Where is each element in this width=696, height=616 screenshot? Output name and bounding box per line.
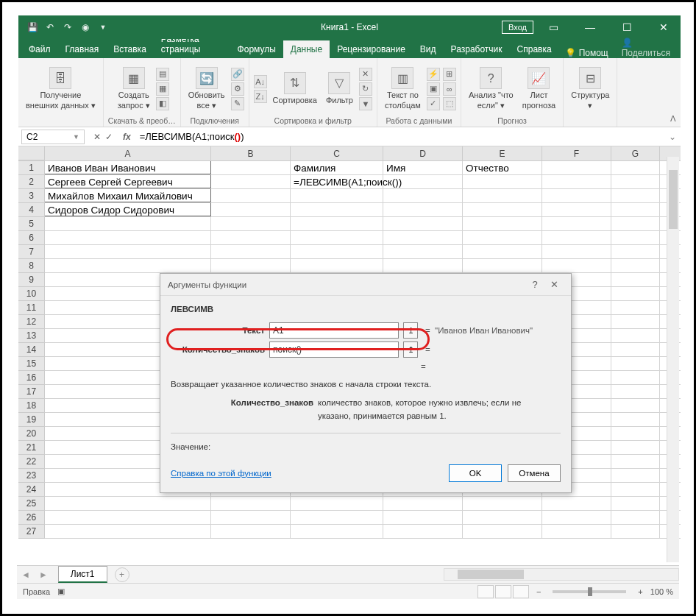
zoom-out-icon[interactable]: −: [536, 587, 541, 596]
tab-formulas[interactable]: Формулы: [230, 40, 283, 58]
cell[interactable]: [463, 203, 542, 216]
cell[interactable]: [542, 203, 611, 216]
row-header[interactable]: 3: [18, 189, 45, 203]
select-all-corner[interactable]: [18, 146, 45, 160]
cell[interactable]: [383, 259, 463, 272]
cell[interactable]: [611, 469, 660, 482]
cell[interactable]: [542, 259, 611, 272]
row-header[interactable]: 10: [18, 287, 45, 301]
row-header[interactable]: 22: [18, 455, 45, 469]
relationships-icon[interactable]: ∞: [443, 82, 456, 96]
zoom-level[interactable]: 100 %: [650, 587, 673, 596]
show-queries-icon[interactable]: ▤: [156, 68, 169, 81]
cell[interactable]: [291, 511, 383, 524]
cell[interactable]: [211, 203, 291, 216]
cell[interactable]: Отчество: [463, 161, 542, 174]
cell[interactable]: [383, 497, 463, 510]
cell[interactable]: [611, 217, 660, 230]
cell[interactable]: [611, 525, 660, 538]
cell[interactable]: [611, 273, 660, 286]
outline-button[interactable]: ⊟Структура ▾: [568, 66, 612, 111]
sort-desc-icon[interactable]: Z↓: [254, 90, 267, 103]
reapply-icon[interactable]: ↻: [359, 82, 372, 96]
cell[interactable]: [542, 231, 611, 244]
row-header[interactable]: 4: [18, 203, 45, 217]
column-header[interactable]: D: [383, 146, 463, 160]
tab-file[interactable]: Файл: [21, 40, 58, 58]
row-header[interactable]: 9: [18, 273, 45, 287]
undo-icon[interactable]: ↶: [42, 19, 58, 35]
data-validation-icon[interactable]: ✓: [427, 97, 440, 110]
zoom-slider[interactable]: [553, 590, 626, 593]
tab-view[interactable]: Вид: [413, 40, 444, 58]
cell[interactable]: [463, 259, 542, 272]
enter-formula-icon[interactable]: ✓: [105, 132, 113, 142]
row-header[interactable]: 23: [18, 469, 45, 483]
cell[interactable]: [291, 245, 383, 258]
refresh-all-button[interactable]: 🔄Обновить все ▾: [185, 66, 228, 111]
ribbon-options-icon[interactable]: ▭: [536, 15, 570, 39]
tab-review[interactable]: Рецензирование: [330, 40, 413, 58]
cell[interactable]: [45, 245, 211, 258]
cell[interactable]: [463, 525, 542, 538]
cell[interactable]: [211, 259, 291, 272]
dialog-close-icon[interactable]: ✕: [544, 279, 564, 290]
cell[interactable]: Имя: [383, 161, 463, 174]
cell[interactable]: [611, 301, 660, 314]
formula-input[interactable]: =ЛЕВСИМВ(A1;поиск()): [135, 131, 664, 142]
cell[interactable]: [211, 189, 291, 202]
row-header[interactable]: 21: [18, 441, 45, 455]
row-header[interactable]: 26: [18, 511, 45, 525]
cell[interactable]: [45, 511, 211, 524]
connections-icon[interactable]: 🔗: [231, 68, 244, 81]
row-header[interactable]: 8: [18, 259, 45, 273]
sheet-nav-prev-icon[interactable]: ◄: [17, 570, 35, 580]
column-header[interactable]: C: [291, 146, 383, 160]
arg1-input[interactable]: A1: [269, 322, 399, 339]
row-header[interactable]: 14: [18, 343, 45, 357]
row-header[interactable]: 12: [18, 315, 45, 329]
cell[interactable]: [542, 161, 611, 174]
cell[interactable]: [383, 525, 463, 538]
row-header[interactable]: 1: [18, 161, 45, 175]
tab-data[interactable]: Данные: [283, 40, 330, 58]
clear-filter-icon[interactable]: ✕: [359, 68, 372, 81]
cell[interactable]: [291, 497, 383, 510]
cell[interactable]: [211, 497, 291, 510]
forecast-sheet-button[interactable]: 📈Лист прогноза: [519, 66, 558, 111]
collapse-ribbon-icon[interactable]: ᐱ: [670, 114, 676, 124]
cell[interactable]: [211, 231, 291, 244]
tell-me[interactable]: 💡Помощ: [559, 48, 614, 58]
cell[interactable]: [383, 175, 463, 188]
cell[interactable]: [542, 189, 611, 202]
view-layout-icon[interactable]: [495, 585, 511, 598]
text-to-columns-button[interactable]: ▥Текст по столбцам: [382, 66, 424, 111]
row-header[interactable]: 6: [18, 231, 45, 245]
cell[interactable]: [463, 245, 542, 258]
column-header[interactable]: B: [211, 146, 291, 160]
cell[interactable]: [611, 161, 660, 174]
properties-icon[interactable]: ⚙: [231, 82, 244, 96]
arg2-input[interactable]: поиск(): [269, 341, 399, 358]
cancel-button[interactable]: Отмена: [508, 464, 561, 482]
arg1-range-picker-icon[interactable]: ↥: [403, 322, 418, 339]
arg2-range-picker-icon[interactable]: ↥: [403, 341, 418, 358]
cell[interactable]: [542, 217, 611, 230]
dialog-help-icon[interactable]: ?: [525, 279, 544, 290]
row-header[interactable]: 19: [18, 413, 45, 427]
view-normal-icon[interactable]: [477, 585, 494, 598]
cell[interactable]: [611, 175, 660, 188]
row-header[interactable]: 16: [18, 371, 45, 385]
row-header[interactable]: 27: [18, 525, 45, 539]
cell[interactable]: [383, 245, 463, 258]
row-header[interactable]: 24: [18, 483, 45, 497]
chevron-down-icon[interactable]: ▼: [73, 133, 79, 141]
cell[interactable]: [45, 217, 211, 230]
cell[interactable]: [291, 525, 383, 538]
cell[interactable]: Сергеев Сергей Сергеевич: [45, 175, 211, 188]
cell[interactable]: [463, 511, 542, 524]
new-query-button[interactable]: ▦Создать запрос ▾: [115, 66, 153, 111]
cell[interactable]: [463, 189, 542, 202]
cell[interactable]: =ЛЕВСИМВ(A1;поиск()): [291, 175, 383, 188]
cell[interactable]: [542, 525, 611, 538]
